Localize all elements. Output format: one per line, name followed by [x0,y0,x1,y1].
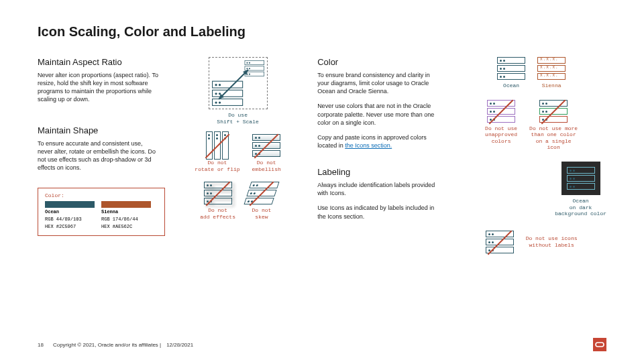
page-title: Icon Scaling, Color and Labeling [38,24,606,40]
caption-embellish: Do not embellish [252,160,281,172]
oracle-logo-icon [593,338,606,351]
ocean-rgb: RGB 44/89/103 [45,217,95,223]
sienna-hex: HEX #AE562C [101,224,151,230]
ocean-name: Ocean [45,209,59,215]
example-sienna: X.X.X.X.X.X.X.X.X. [537,57,566,80]
example-unapproved [487,100,515,123]
caption-nolabel: Do not use icons without labels [526,235,578,248]
heading-color: Color [317,57,436,67]
text-color-1: To ensure brand consistency and clarity … [317,71,436,95]
caption-effects: Do not add effects [200,207,235,220]
footer-date: 12/28/2021 [166,342,193,348]
svg-rect-3 [596,343,604,347]
text-color-2: Never use colors that are not in the Ora… [317,102,436,126]
example-multicolor [539,100,568,123]
example-nolabel [486,231,514,253]
sienna-rgb: RGB 174/86/44 [101,217,151,223]
color-swatch-box: Color: Ocean RGB 44/89/103 HEX #2C5967 S… [38,188,165,236]
icons-section-link[interactable]: the Icons section. [345,142,392,149]
text-label-1: Always include identification labels pro… [317,181,436,197]
caption-unapproved: Do not use unapproved colors [485,125,517,145]
heading-labeling: Labeling [317,167,436,177]
page-number: 18 [38,342,44,348]
text-shape: To ensure accurate and consistent use, n… [38,139,158,172]
text-color-3: Copy and paste icons in approved colors … [317,133,436,149]
swatch-ocean-bar [45,201,95,208]
scale-arrow-icon [215,66,252,103]
caption-rotate: Do not rotate or flip [195,160,239,172]
copyright: Copyright © 2021, Oracle and/or its affi… [53,342,161,348]
scale-demo [209,57,268,109]
ocean-hex: HEX #2C5967 [45,224,95,230]
example-dark-bg [561,162,600,195]
svg-line-0 [219,70,248,99]
example-embellish [252,134,280,157]
text-aspect: Never alter icon proportions (aspect rat… [38,71,158,104]
color-box-title: Color: [45,192,158,198]
caption-dark: Ocean on dark background color [555,198,606,217]
text-label-2: Use Icons as indicated by labels include… [317,204,436,220]
heading-shape: Maintain Shape [38,125,158,135]
caption-scale: Do use Shift + Scale [178,112,297,125]
sienna-name: Sienna [101,209,118,215]
caption-skew: Do not skew [252,207,272,220]
example-effects [204,182,232,204]
caption-multicolor: Do not use more than one color on a sing… [529,125,578,151]
caption-sienna: Sienna [542,82,561,89]
slide-footer: 18 Copyright © 2021, Oracle and/or its a… [38,338,606,351]
swatch-sienna-bar [101,201,151,208]
swatch-ocean: Ocean RGB 44/89/103 HEX #2C5967 [45,201,95,230]
example-rotate [203,134,231,157]
swatch-sienna: Sienna RGB 174/86/44 HEX #AE562C [101,201,151,230]
heading-aspect: Maintain Aspect Ratio [38,57,158,67]
caption-ocean: Ocean [503,82,519,89]
example-skew [248,182,276,204]
example-ocean [497,57,525,80]
